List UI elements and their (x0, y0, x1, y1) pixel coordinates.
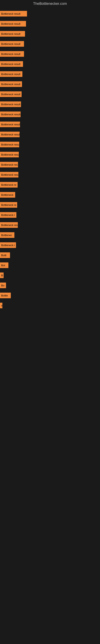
bottleneck-result-bar: Bottleneck result (0, 152, 19, 158)
bars-container: Bottleneck resultBottleneck resultBottle… (0, 8, 100, 384)
bar-row: Bottl (0, 251, 100, 260)
bar-row: Bottleneck result (0, 70, 100, 78)
bottleneck-result-bar: Bottleneck (0, 192, 15, 198)
bottleneck-result-bar: Bottleneck result (0, 122, 20, 127)
bar-row: Bot (0, 261, 100, 270)
bar-row: Bottleneck r (0, 241, 100, 249)
bar-row: Bottleneck (0, 190, 100, 199)
bottleneck-result-bar: Bottl (0, 252, 10, 258)
bar-row (0, 362, 100, 370)
bar-row: n (0, 301, 100, 310)
bar-row (0, 311, 100, 320)
bar-row: Bottleneck re (0, 201, 100, 209)
bar-row: Bottleneck result (0, 140, 100, 149)
bar-row: Bo (0, 281, 100, 290)
bottleneck-result-bar: Bottleneck result (0, 71, 22, 77)
bottleneck-result-bar: Bottleneck r (0, 212, 16, 218)
bar-row (0, 332, 100, 340)
bar-row: Bottleneck result (0, 30, 100, 38)
bar-row: Bottleneck result (0, 130, 100, 139)
bottleneck-result-bar: Bottleneck result (0, 81, 22, 87)
bottleneck-result-bar: Bottleneck re (0, 202, 17, 208)
bar-row: Bottleneck result (0, 120, 100, 128)
bottleneck-result-bar: Bottleneck result (0, 142, 19, 147)
bottleneck-result-bar: Bo (0, 282, 6, 288)
bottleneck-result-bar: B (0, 272, 3, 278)
bar-row: Bottleneck result (0, 50, 100, 58)
bottleneck-result-bar: Bottleneck result (0, 132, 20, 137)
site-title: TheBottlenecker.com (0, 0, 100, 8)
bottleneck-result-bar: Bottleneck re (0, 182, 18, 188)
bar-row (0, 322, 100, 330)
bottleneck-result-bar: Bottleneck resu (0, 222, 18, 228)
bottleneck-result-bar: Bottleneck result (0, 51, 24, 57)
bottleneck-result-bar: n (0, 303, 2, 308)
bar-row: Bottlenec (0, 231, 100, 239)
bottleneck-result-bar: Bottleneck result (0, 61, 23, 67)
bottleneck-result-bar: Bot (0, 262, 8, 268)
bar-row: Bottleneck result (0, 60, 100, 68)
bar-row: Bottleneck result (0, 80, 100, 88)
bar-row: Bottleneck result (0, 110, 100, 118)
bottleneck-result-bar: Bottleneck res (0, 162, 18, 168)
bar-row (0, 342, 100, 350)
bar-row: Bottleneck result (0, 20, 100, 28)
bottleneck-result-bar: Bottleneck result (0, 21, 26, 26)
bottleneck-result-bar: Bottleneck result (0, 102, 21, 107)
bottleneck-result-bar: Bottleneck result (0, 31, 25, 37)
bar-row (0, 352, 100, 360)
bottleneck-result-bar: Bottle (0, 292, 11, 298)
bar-row: Bottleneck result (0, 40, 100, 48)
bar-row: Bottleneck result (0, 90, 100, 98)
bar-row: Bottleneck resu (0, 221, 100, 229)
bar-row: Bottleneck result (0, 170, 100, 179)
bar-row (0, 372, 100, 380)
bottleneck-result-bar: Bottleneck result (0, 11, 27, 16)
bottleneck-result-bar: Bottleneck result (0, 112, 21, 117)
bottleneck-result-bar: Bottleneck result (0, 91, 22, 97)
bottleneck-result-bar: Bottleneck r (0, 242, 16, 248)
bar-row: Bottle (0, 291, 100, 300)
bar-row: Bottleneck result (0, 100, 100, 108)
bar-row: Bottleneck re (0, 180, 100, 189)
bar-row: Bottleneck res (0, 160, 100, 169)
bottleneck-result-bar: Bottleneck result (0, 172, 18, 178)
bar-row: Bottleneck result (0, 10, 100, 18)
bar-row: B (0, 271, 100, 280)
bar-row: Bottleneck r (0, 211, 100, 219)
bottleneck-result-bar: Bottlenec (0, 232, 14, 238)
bottleneck-result-bar: Bottleneck result (0, 41, 24, 47)
bar-row: Bottleneck result (0, 150, 100, 159)
